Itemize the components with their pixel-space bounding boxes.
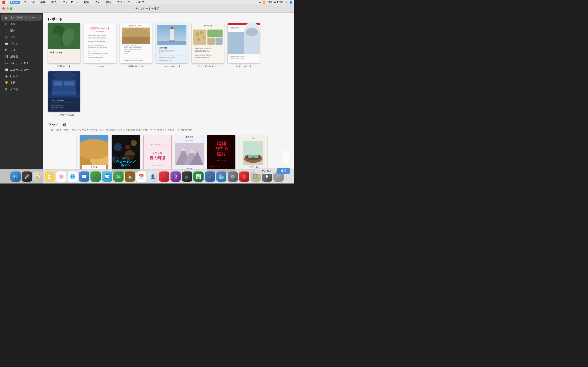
svg-text:exercitation ullamco laboris n: exercitation ullamco laboris nisi ut ali…: [88, 42, 107, 43]
dock-scrobbler[interactable]: 🔴: [239, 171, 249, 182]
sidebar-item-report[interactable]: ◇ レポート: [1, 34, 42, 40]
svg-text:植物学の基礎: 植物学の基礎: [203, 25, 212, 26]
menu-insert[interactable]: 挿入: [50, 0, 58, 4]
dock-photos[interactable]: 🌸: [56, 171, 66, 182]
sidebar-item-certificate[interactable]: 🏆 賞状: [1, 80, 42, 86]
template-thumb-contemporary-novel[interactable]: 永田 次郎 ウェーキング ライト: [112, 135, 140, 174]
dock-messages[interactable]: 💬: [102, 171, 112, 182]
report-icon: ◇: [4, 35, 8, 39]
svg-point-121: [131, 140, 137, 146]
sidebar-label-certificate: 賞状: [10, 81, 16, 85]
dock-finder[interactable]: [10, 171, 21, 182]
menu-pages[interactable]: Pages: [9, 1, 20, 4]
dock-appstore[interactable]: 🏪: [216, 171, 226, 182]
svg-rect-36: [122, 37, 150, 44]
svg-rect-168: [15, 177, 16, 179]
svg-rect-96: [64, 82, 74, 86]
template-essay[interactable]: 地質学101レポート Vivia Semper Lorem ipsum dolo…: [84, 23, 116, 68]
dock-podcasts[interactable]: 🎙️: [171, 171, 181, 182]
minimize-button[interactable]: [6, 7, 9, 10]
template-thumb-blank-book[interactable]: [48, 135, 76, 174]
resume-icon: [4, 55, 8, 58]
template-thumb-research-report[interactable]: 研究レポート Lorem ipsum dolor sit amet consec…: [48, 23, 80, 64]
sidebar-item-origami[interactable]: ◈ ひな形: [1, 73, 42, 79]
menu-window[interactable]: ウインドウ: [116, 0, 132, 4]
template-thumb-avant-novel[interactable]: 暗闘 の中の 破片 永田 次郎部 先鋭的小説シリーズ: [207, 135, 236, 174]
template-term-report[interactable]: 地質学101レポート 落ち着きのない毎夜が全部まとめて良いのは Lorem ip…: [120, 23, 152, 68]
dock-notefile[interactable]: 📚: [125, 171, 135, 182]
menu-edit[interactable]: 編集: [39, 0, 47, 4]
dock-launchpad[interactable]: 🚀: [22, 171, 32, 182]
dock-safari[interactable]: 🧭: [33, 171, 43, 182]
template-thumb-modern-report[interactable]: 国際近代建築 Lorem ipsum dolor sit amet: [227, 23, 260, 64]
apple-menu[interactable]: 🍎: [2, 0, 6, 4]
report-section: レポート: [48, 17, 289, 116]
dock-chrome[interactable]: 🌐: [68, 171, 78, 182]
template-label-school-report: スクールレポート: [163, 65, 181, 68]
dock-music[interactable]: 🎵: [159, 171, 169, 182]
close-button[interactable]: [2, 7, 5, 10]
svg-text:adipiscing elit sed do eiusmod: adipiscing elit sed do eiusmod tempor.: [124, 49, 141, 50]
sidebar-item-basic[interactable]: ≡ 基本: [1, 27, 42, 34]
sidebar-label-history: 履歴: [10, 22, 16, 26]
dock-preferences[interactable]: ⚙️: [228, 171, 238, 182]
menu-share[interactable]: 共有: [105, 0, 113, 4]
sidebar-item-resume[interactable]: 履歴書: [1, 54, 42, 60]
svg-text:do eiusmod tempor incididunt.: do eiusmod tempor incididunt.: [51, 107, 64, 108]
menu-format[interactable]: フォーマット: [61, 0, 80, 4]
template-thumb-basic-photo[interactable]: タイトル Anna Semper: [80, 135, 108, 174]
carousel-next-arrow[interactable]: ›: [283, 151, 289, 163]
dock-numbers[interactable]: 📊: [193, 171, 204, 182]
sidebar-label-basic: 基本: [10, 29, 16, 33]
template-thumb-visual-report[interactable]: 植物学の基礎 Lorem ipsum dolor sit amet: [191, 23, 224, 64]
svg-text:Lorem ipsum dolor sit amet: Lorem ipsum dolor sit amet: [51, 104, 63, 105]
svg-text:quidem minus id quod maxime.: quidem minus id quod maxime.: [159, 60, 173, 61]
sidebar-item-flyer[interactable]: 🗂 ちらしとポスター: [1, 60, 42, 66]
template-thumb-term-report[interactable]: 地質学101レポート 落ち着きのない毎夜が全部まとめて良いのは Lorem ip…: [120, 23, 152, 64]
maximize-button[interactable]: [10, 7, 12, 10]
cancel-button[interactable]: キャンセル: [255, 167, 276, 174]
svg-text:サンプルテキスト: サンプルテキスト: [152, 165, 163, 167]
template-label-visual-report: ビジュアルレポート: [198, 65, 218, 68]
template-visual-report[interactable]: 植物学の基礎 Lorem ipsum dolor sit amet: [191, 23, 224, 68]
sidebar-item-newsletter[interactable]: 📰 ニュースレター: [1, 67, 42, 73]
template-thumb-personal-novel[interactable]: 旅人の記憶 永田 次郎 永田 次郎 私小説: [175, 135, 204, 174]
svg-text:始まり 1: 始まり 1: [51, 109, 55, 110]
sidebar-item-book[interactable]: 📖 ブック: [1, 41, 42, 47]
dock-notes[interactable]: 📝: [45, 171, 55, 182]
dock-mail[interactable]: ✉️: [79, 171, 89, 182]
svg-text:Nam libero tempore cum soluta : Nam libero tempore cum soluta nobis: [159, 57, 175, 58]
search-icon[interactable]: 🔍: [285, 1, 288, 4]
svg-text:adipiscing elit, sed do eiusmo: adipiscing elit, sed do eiusmod tempor: [88, 37, 105, 38]
template-project-proposal[interactable]: プロジェクト提案書 Lorem ipsum dolor sit amet con…: [48, 71, 80, 116]
newsletter-icon: 📰: [4, 68, 8, 72]
grid-icon: ⊞: [4, 16, 8, 19]
dock-appletv[interactable]: 📺: [182, 171, 192, 182]
sidebar-item-all-templates[interactable]: ⊞ すべてのテンプレート: [1, 15, 42, 21]
menu-help[interactable]: ヘルプ: [135, 0, 145, 4]
template-thumb-elegant-novel[interactable]: サンプルテキスト 永田 次郎 春の輝き サンプルテキスト: [143, 135, 172, 174]
menu-arrange[interactable]: 配置: [83, 0, 91, 4]
dock-keynote[interactable]: 📽️: [205, 171, 215, 182]
template-thumb-project-proposal[interactable]: プロジェクト提案書 Lorem ipsum dolor sit amet con…: [48, 71, 80, 112]
menu-view[interactable]: 表示: [94, 0, 102, 4]
user-icon[interactable]: 👤: [289, 1, 292, 4]
template-modern-report[interactable]: 国際近代建築 Lorem ipsum dolor sit amet: [227, 23, 260, 68]
dock-facetime[interactable]: 📹: [90, 171, 101, 182]
template-research-report[interactable]: 研究レポート Lorem ipsum dolor sit amet consec…: [48, 23, 80, 68]
menu-file[interactable]: ファイル: [23, 0, 36, 4]
dock-calendar[interactable]: 📅: [136, 171, 146, 182]
create-button[interactable]: 作成: [277, 167, 290, 174]
dock-contacts[interactable]: 👤: [148, 171, 158, 182]
main-window: テンプレートを選択 ⊞ すべてのテンプレート ⏱ 履歴 ≡ 基本 ◇ レポート …: [0, 4, 294, 184]
list-icon: ≡: [4, 29, 8, 33]
template-thumb-essay[interactable]: 地質学101レポート Vivia Semper Lorem ipsum dolo…: [84, 23, 116, 64]
sidebar-item-letter[interactable]: ✉ レター: [1, 47, 42, 53]
template-thumb-school-report[interactable]: 灯台の歴史 Lorem ipsum dolor sit amet volutpa…: [156, 23, 188, 64]
sidebar-item-other[interactable]: ⊡ その他: [1, 86, 42, 92]
sidebar-item-history[interactable]: ⏱ 履歴: [1, 21, 42, 27]
svg-text:永田 次郎部: 永田 次郎部: [216, 160, 226, 162]
dock-maps[interactable]: 🗺️: [113, 171, 123, 182]
template-school-report[interactable]: 灯台の歴史 Lorem ipsum dolor sit amet volutpa…: [156, 23, 188, 68]
svg-rect-48: [170, 29, 174, 41]
